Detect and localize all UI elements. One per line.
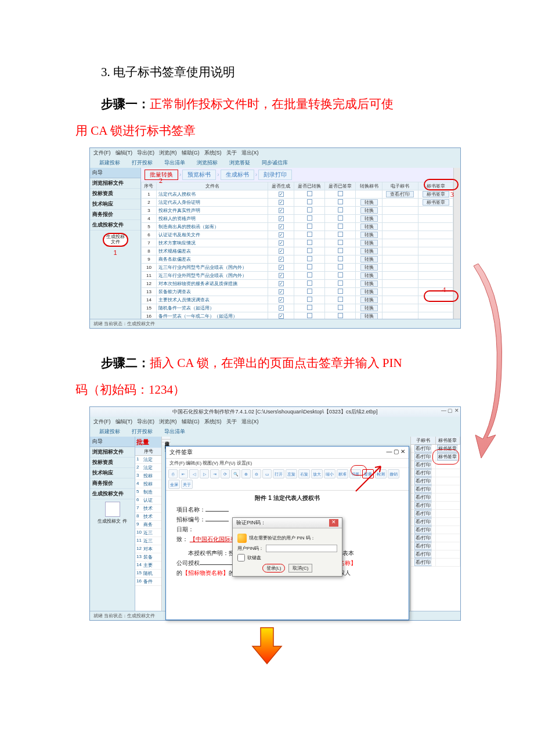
tb-export[interactable]: 导出清单 bbox=[158, 159, 185, 167]
menu-export[interactable]: 导出(E) bbox=[137, 149, 154, 157]
wiz-burn[interactable]: 刻录打印 bbox=[258, 170, 292, 180]
view-button[interactable]: 看/打印 bbox=[414, 559, 432, 566]
app2-menubar[interactable]: 文件(F) 编辑(T) 导出(E) 浏览(R) 辅助(G) 系统(S) 关于 退… bbox=[90, 417, 460, 427]
menu2-file[interactable]: 文件(F) bbox=[93, 418, 111, 426]
list-item[interactable]: 13装备 bbox=[135, 553, 161, 561]
tb-rotl[interactable]: 左旋 bbox=[286, 469, 297, 478]
remember-checkbox[interactable] bbox=[237, 554, 245, 561]
view-button[interactable]: 看/打印 bbox=[414, 550, 432, 558]
menu-about[interactable]: 关于 bbox=[226, 149, 237, 157]
fit-icon[interactable]: ▭ bbox=[262, 469, 272, 478]
menu-exit[interactable]: 退出(X) bbox=[241, 149, 259, 157]
convert-button[interactable]: 转换 bbox=[360, 264, 378, 271]
view-button[interactable]: 看/打印 bbox=[414, 534, 432, 542]
tb-browse-qa[interactable]: 浏览答疑 bbox=[223, 159, 250, 167]
view-button[interactable]: 查看/打印 bbox=[386, 191, 414, 197]
zoom-in-icon[interactable]: ⊕ bbox=[241, 469, 251, 478]
cancel-button[interactable]: 取消(C) bbox=[288, 564, 312, 573]
nav-prev-icon[interactable]: ◁ bbox=[189, 469, 199, 478]
list-item[interactable]: 12对本 bbox=[135, 545, 161, 553]
list-item[interactable]: 4投标 bbox=[135, 480, 161, 488]
view-button[interactable]: 看/打印 bbox=[414, 494, 432, 501]
convert-button[interactable]: 转换 bbox=[360, 224, 378, 230]
view-button[interactable]: 看/打印 bbox=[414, 502, 432, 509]
menu2-about[interactable]: 关于 bbox=[226, 418, 237, 426]
list-item[interactable]: 10近三 bbox=[135, 529, 161, 537]
menu2-edit[interactable]: 编辑(T) bbox=[116, 418, 133, 426]
nav-first-icon[interactable]: ⇤ bbox=[179, 469, 188, 478]
menu2-export[interactable]: 导出(E) bbox=[137, 418, 154, 426]
menu-system[interactable]: 系统(S) bbox=[204, 149, 222, 157]
print-icon[interactable]: ⎙ bbox=[168, 469, 178, 478]
side2-tech[interactable]: 技术响应 bbox=[90, 468, 135, 478]
convert-button[interactable]: 转换 bbox=[360, 240, 378, 246]
list-item[interactable]: 9商务 bbox=[135, 521, 161, 529]
vertical-tabs[interactable]: 评价目录 缩略图 页面 bbox=[162, 437, 170, 445]
side2-browse[interactable]: 浏览招标文件 bbox=[90, 447, 135, 458]
side2-qual[interactable]: 投标资质 bbox=[90, 458, 135, 468]
convert-button[interactable]: 转换 bbox=[360, 248, 378, 254]
find-icon[interactable]: 🔍 bbox=[231, 469, 240, 478]
sign-button[interactable]: 标书签章 bbox=[423, 191, 449, 197]
menu2-exit[interactable]: 退出(X) bbox=[241, 418, 259, 426]
side-browse-bid[interactable]: 浏览招标文件 bbox=[90, 178, 140, 189]
tb-rotr[interactable]: 右旋 bbox=[298, 469, 310, 478]
side-qualification[interactable]: 投标资质 bbox=[90, 189, 140, 199]
close-icon[interactable]: ✕ bbox=[329, 519, 338, 527]
convert-button[interactable]: 转换 bbox=[360, 256, 378, 262]
view-button[interactable]: 看/打印 bbox=[414, 445, 432, 452]
list-item[interactable]: 5制造 bbox=[135, 488, 161, 496]
tb-zoomin[interactable]: 放大 bbox=[311, 469, 323, 478]
app2-toolbar[interactable]: 新建投标 打开投标 导出清单 bbox=[90, 427, 460, 437]
menu-assist[interactable]: 辅助(G) bbox=[182, 149, 200, 157]
tb-about[interactable]: 关于 bbox=[181, 480, 193, 489]
view-button[interactable]: 看/打印 bbox=[414, 461, 432, 469]
side-tech[interactable]: 技术响应 bbox=[90, 199, 140, 210]
view-button[interactable]: 看/打印 bbox=[414, 469, 432, 477]
wiz-generate[interactable]: 生成标书 bbox=[221, 170, 254, 180]
convert-button[interactable]: 转换 bbox=[360, 207, 378, 214]
tb-sync[interactable]: 同步诚信库 bbox=[256, 159, 288, 167]
nav-last-icon[interactable]: ⇥ bbox=[210, 469, 219, 478]
menu-browse[interactable]: 浏览(R) bbox=[159, 149, 177, 157]
list-item[interactable]: 2法定 bbox=[135, 464, 161, 472]
menu2-system[interactable]: 系统(S) bbox=[204, 418, 222, 426]
generate-icon[interactable] bbox=[105, 502, 120, 517]
menu2-browse[interactable]: 浏览(R) bbox=[159, 418, 177, 426]
view-button[interactable]: 看/打印 bbox=[414, 526, 432, 534]
convert-button[interactable]: 转换 bbox=[360, 215, 378, 222]
refresh-icon[interactable]: ⟳ bbox=[221, 469, 230, 478]
tb-open[interactable]: 打开投标 bbox=[126, 159, 153, 167]
tb-std[interactable]: 标准 bbox=[337, 469, 348, 478]
list-item[interactable]: 11近三 bbox=[135, 537, 161, 545]
app1-menubar[interactable]: 文件(F) 编辑(T) 导出(E) 浏览(R) 辅助(G) 系统(S) 关于 退… bbox=[90, 148, 460, 158]
tb-browse-bid[interactable]: 浏览招标 bbox=[191, 159, 218, 167]
tb-new[interactable]: 新建投标 bbox=[93, 159, 120, 167]
view-button[interactable]: 看/打印 bbox=[414, 510, 432, 517]
tb2-open[interactable]: 打开投标 bbox=[126, 428, 153, 435]
convert-button[interactable]: 转换 bbox=[360, 232, 378, 238]
nav-next-icon[interactable]: ▷ bbox=[200, 469, 209, 478]
view-button[interactable]: 看/打印 bbox=[414, 485, 432, 493]
list-item[interactable]: 15随机 bbox=[135, 570, 161, 578]
side-quote[interactable]: 商务报价 bbox=[90, 210, 140, 220]
view-button[interactable]: 看/打印 bbox=[414, 477, 432, 485]
convert-button[interactable]: 转换 bbox=[360, 289, 378, 295]
tb-zoomout[interactable]: 缩小 bbox=[324, 469, 335, 478]
generate-icon[interactable]: 生成投标 文件 bbox=[103, 233, 128, 247]
list-item[interactable]: 1法定 bbox=[135, 456, 161, 464]
convert-button[interactable]: 转换 bbox=[360, 297, 378, 303]
side2-gen[interactable]: 生成投标文件 bbox=[90, 489, 135, 499]
login-button[interactable]: 登录(L) bbox=[262, 564, 286, 573]
side2-quote[interactable]: 商务报价 bbox=[90, 478, 135, 489]
convert-button[interactable]: 转换 bbox=[360, 313, 378, 319]
tab-page[interactable]: 页面 bbox=[162, 442, 171, 445]
tb2-export[interactable]: 导出清单 bbox=[158, 428, 185, 435]
list-item[interactable]: 3投标 bbox=[135, 472, 161, 480]
list-item[interactable]: 14主要 bbox=[135, 561, 161, 570]
menu-file[interactable]: 文件(F) bbox=[93, 149, 111, 157]
tb-open[interactable]: 打开 bbox=[273, 469, 284, 478]
side-generate[interactable]: 生成投标文件 bbox=[90, 220, 140, 231]
view-button[interactable]: 看/打印 bbox=[414, 518, 432, 525]
app1-toolbar[interactable]: 新建投标 打开投标 导出清单 浏览招标 浏览答疑 同步诚信库 bbox=[90, 158, 460, 168]
